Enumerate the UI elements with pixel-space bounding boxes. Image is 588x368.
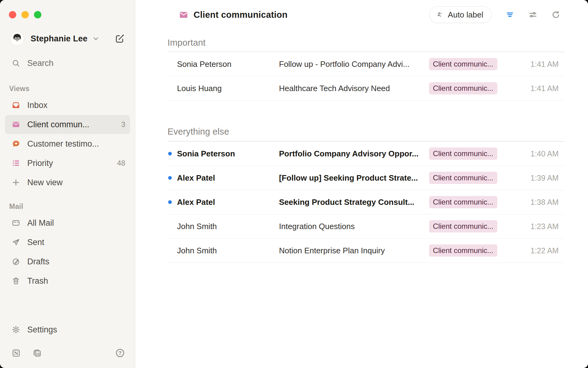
sidebar-item-settings[interactable]: Settings bbox=[5, 320, 130, 339]
email-subject: Portfolio Company Advisory Oppor... bbox=[279, 149, 429, 159]
sidebar-item-customer-testimo[interactable]: Customer testimo... bbox=[5, 134, 130, 153]
send-icon bbox=[12, 238, 20, 247]
settings-label: Settings bbox=[27, 325, 57, 335]
mail-icon bbox=[12, 120, 20, 129]
compose-button[interactable] bbox=[115, 33, 125, 44]
sidebar-item-label: Sent bbox=[27, 238, 44, 247]
email-time: 1:39 AM bbox=[497, 174, 559, 182]
sidebar-item-label: New view bbox=[27, 178, 63, 187]
traffic-light-close[interactable] bbox=[9, 11, 16, 18]
gear-icon bbox=[12, 325, 20, 334]
sidebar-item-client-commun[interactable]: Client commun...3 bbox=[5, 115, 130, 134]
email-sender: Sonia Peterson bbox=[177, 149, 279, 159]
display-options-button[interactable] bbox=[528, 10, 537, 19]
email-row[interactable]: Sonia PetersonFollow up - Portfolio Comp… bbox=[168, 52, 565, 76]
email-row[interactable]: Louis HuangHealthcare Tech Advisory Need… bbox=[168, 76, 565, 101]
sidebar-item-label: Priority bbox=[27, 159, 53, 168]
email-row[interactable]: Alex Patel[Follow up] Seeking Product St… bbox=[168, 166, 565, 190]
sidebar-item-label: Drafts bbox=[27, 257, 49, 266]
list-icon bbox=[12, 159, 20, 167]
count-badge: 48 bbox=[117, 159, 125, 167]
label-badge: Client communic... bbox=[429, 220, 497, 232]
email-subject: Integration Questions bbox=[279, 222, 429, 231]
main-panel: Client communication Auto label bbox=[135, 0, 588, 368]
email-time: 1:22 AM bbox=[497, 246, 559, 255]
email-subject: Seeking Product Strategy Consult... bbox=[279, 197, 429, 207]
email-list: ImportantSonia PetersonFollow up - Portf… bbox=[168, 29, 565, 263]
email-row[interactable]: John SmithIntegration QuestionsClient co… bbox=[168, 214, 565, 239]
sidebar-section-label: Mail bbox=[5, 201, 130, 212]
auto-label-text: Auto label bbox=[448, 10, 483, 20]
user-name: Stephanie Lee bbox=[31, 34, 88, 44]
sidebar-footer: N 15 ? bbox=[11, 346, 125, 360]
email-row[interactable]: Sonia PetersonPortfolio Company Advisory… bbox=[168, 142, 565, 166]
email-subject: Healthcare Tech Advisory Need bbox=[279, 84, 429, 93]
svg-text:N: N bbox=[14, 351, 18, 356]
search-placeholder: Search bbox=[27, 59, 54, 68]
notion-logo-icon[interactable]: N bbox=[11, 348, 21, 358]
window-controls bbox=[0, 0, 135, 18]
email-row[interactable]: John SmithNotion Enterprise Plan Inquiry… bbox=[168, 239, 565, 263]
sidebar-item-label: Customer testimo... bbox=[27, 139, 99, 149]
label-badge: Client communic... bbox=[429, 82, 497, 94]
filter-button[interactable] bbox=[505, 10, 514, 19]
view-header: Client communication Auto label bbox=[135, 0, 588, 29]
email-time: 1:41 AM bbox=[497, 60, 559, 69]
section-header: Important bbox=[168, 35, 565, 52]
email-time: 1:41 AM bbox=[497, 84, 559, 93]
sidebar-item-all-mail[interactable]: All Mail bbox=[5, 213, 130, 232]
search-input[interactable]: Search bbox=[5, 55, 130, 72]
calendar-icon[interactable]: 15 bbox=[32, 348, 42, 358]
sidebar-item-drafts[interactable]: Drafts bbox=[5, 252, 130, 271]
svg-text:15: 15 bbox=[36, 352, 40, 356]
sidebar-nav: ViewsInboxClient commun...3Customer test… bbox=[0, 74, 135, 291]
auto-label-button[interactable]: Auto label bbox=[429, 6, 492, 23]
label-badge: Client communic... bbox=[429, 244, 497, 257]
avatar bbox=[10, 32, 24, 46]
traffic-light-zoom[interactable] bbox=[34, 11, 41, 18]
sidebar-item-label: Client commun... bbox=[27, 120, 89, 129]
count-badge: 3 bbox=[121, 120, 125, 129]
email-subject: [Follow up] Seeking Product Strate... bbox=[279, 173, 429, 183]
account-switcher[interactable]: Stephanie Lee bbox=[10, 31, 125, 47]
svg-text:?: ? bbox=[119, 351, 122, 356]
label-badge: Client communic... bbox=[429, 196, 497, 208]
sidebar-item-priority[interactable]: Priority48 bbox=[5, 154, 130, 173]
email-sender: John Smith bbox=[177, 246, 279, 255]
mail-label-icon bbox=[179, 10, 188, 20]
email-sender: John Smith bbox=[177, 222, 279, 231]
allmail-icon bbox=[12, 219, 20, 227]
sidebar-item-inbox[interactable]: Inbox bbox=[5, 96, 130, 115]
sidebar-item-sent[interactable]: Sent bbox=[5, 233, 130, 252]
sidebar-item-new-view[interactable]: New view bbox=[5, 173, 130, 192]
sidebar-item-trash[interactable]: Trash bbox=[5, 271, 130, 290]
label-badge: Client communic... bbox=[429, 172, 497, 184]
unread-dot-icon bbox=[168, 152, 172, 155]
sidebar-item-label: Inbox bbox=[27, 101, 47, 110]
unread-dot-icon bbox=[168, 200, 172, 204]
app-window: Stephanie Lee Search ViewsInboxClient co… bbox=[0, 0, 588, 368]
email-time: 1:40 AM bbox=[497, 149, 559, 158]
label-badge: Client communic... bbox=[429, 58, 497, 70]
email-sender: Louis Huang bbox=[177, 84, 279, 93]
refresh-button[interactable] bbox=[551, 10, 560, 19]
email-sender: Alex Patel bbox=[177, 197, 279, 207]
chat-plus-icon bbox=[12, 140, 20, 148]
inbox-icon bbox=[12, 101, 20, 109]
email-sender: Sonia Peterson bbox=[177, 59, 279, 69]
page-title: Client communication bbox=[194, 10, 288, 20]
sidebar: Stephanie Lee Search ViewsInboxClient co… bbox=[0, 0, 135, 368]
sidebar-item-label: All Mail bbox=[27, 218, 54, 228]
chevron-down-icon bbox=[92, 35, 100, 43]
email-subject: Notion Enterprise Plan Inquiry bbox=[279, 246, 429, 255]
email-row[interactable]: Alex PatelSeeking Product Strategy Consu… bbox=[168, 190, 565, 214]
help-icon[interactable]: ? bbox=[115, 348, 125, 358]
email-sender: Alex Patel bbox=[177, 173, 279, 183]
email-time: 1:23 AM bbox=[497, 222, 559, 231]
plus-icon bbox=[12, 178, 20, 187]
section-header: Everything else bbox=[168, 122, 565, 141]
traffic-light-minimize[interactable] bbox=[21, 11, 29, 18]
sidebar-section-label: Views bbox=[5, 83, 130, 94]
search-icon bbox=[12, 59, 20, 67]
email-time: 1:38 AM bbox=[497, 198, 559, 207]
